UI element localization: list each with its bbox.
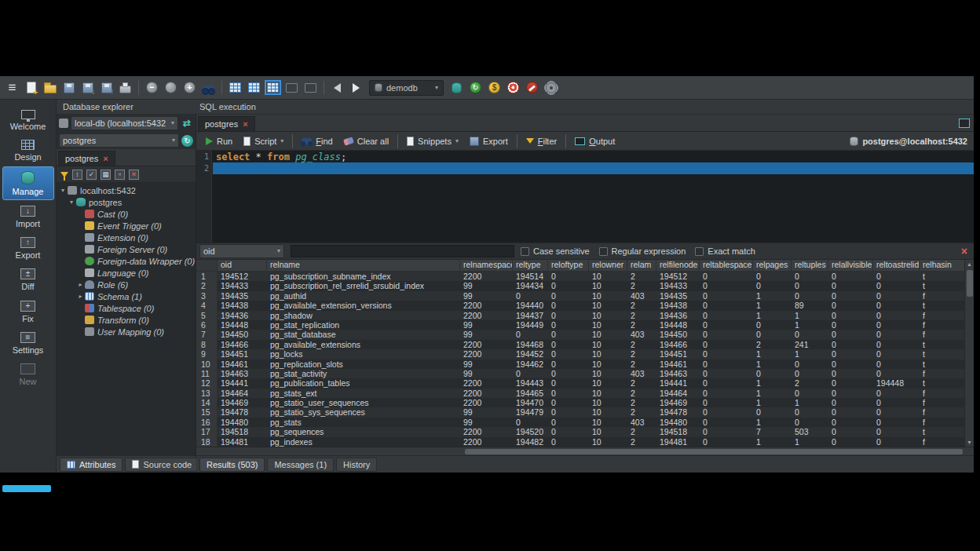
column-header-reloftype[interactable]: reloftype <box>548 260 589 271</box>
database-select-combo[interactable]: postgres ▾ <box>59 133 179 148</box>
sort-icon[interactable]: ↕ <box>72 170 82 180</box>
attach-database-button[interactable] <box>448 79 465 97</box>
connection-combo[interactable]: local-db (localhost:5432 ▾ <box>71 116 178 130</box>
copy-icon[interactable]: ▫ <box>115 170 125 180</box>
table-row[interactable]: 11194463pg_stat_activity9900104031944630… <box>196 369 964 378</box>
scroll-down-icon[interactable]: ▼ <box>967 438 972 447</box>
forward-button[interactable] <box>348 79 364 97</box>
query-builder-button[interactable] <box>302 79 319 97</box>
save-script-button[interactable] <box>60 79 77 97</box>
form-view-button[interactable] <box>283 79 300 97</box>
run-button[interactable]: Run <box>201 135 237 148</box>
print-button[interactable] <box>117 79 133 97</box>
preferences-button[interactable] <box>543 79 559 97</box>
nav-item-new[interactable]: New <box>2 359 54 389</box>
column-header-relname[interactable]: relname <box>267 260 460 271</box>
tree-item-postgres[interactable]: ▾postgres <box>57 196 196 208</box>
multi-select-icon[interactable]: ✓ <box>86 170 97 180</box>
sql-editor[interactable]: 1 select * from pg_class; 2 <box>196 151 974 243</box>
column-header-reltuples[interactable]: reltuples <box>792 260 828 271</box>
shutdown-button[interactable] <box>524 79 540 97</box>
zoom-reset-button[interactable] <box>163 79 179 97</box>
credentials-button[interactable]: $ <box>486 79 503 97</box>
tree-item-extension-0-[interactable]: Extension (0) <box>57 232 196 243</box>
tree-item-schema-1-[interactable]: ▸Schema (1) <box>57 290 196 302</box>
table-row[interactable]: 7194450pg_stat_database99001040319445000… <box>196 330 964 339</box>
table-row[interactable]: 4194438pg_available_extension_versions22… <box>196 301 964 310</box>
column-header-relfilenode[interactable]: relfilenode <box>656 260 700 271</box>
expander-icon[interactable]: ▾ <box>68 199 75 206</box>
table-row[interactable]: 14194469pg_statio_user_sequences22001944… <box>196 398 964 407</box>
table-row[interactable]: 10194461pg_replication_slots991944620102… <box>196 359 964 369</box>
tab-attributes[interactable]: Attributes <box>60 458 122 472</box>
export-button[interactable]: Export <box>465 135 513 148</box>
tree-item-role-6-[interactable]: ▸Role (6) <box>57 279 196 290</box>
grid-filter-view-button[interactable] <box>265 79 281 97</box>
column-header-oid[interactable]: oid <box>218 260 267 271</box>
column-header-relallvisible[interactable]: relallvisible <box>828 260 873 271</box>
filter-column-combo[interactable]: oid ▾ <box>199 244 284 258</box>
refresh-schema-button[interactable]: ↻ <box>467 79 484 97</box>
tab-history[interactable]: History <box>336 458 377 472</box>
regular-expression-checkbox[interactable]: Regular expression <box>599 246 686 256</box>
help-button[interactable] <box>505 79 521 97</box>
sql-tab-postgres[interactable]: postgres × <box>198 116 255 131</box>
corner-cell[interactable] <box>196 260 218 271</box>
column-header-reltablespace[interactable]: reltablespace <box>700 260 753 271</box>
table-row[interactable]: 1194512pg_subscription_subname_index2200… <box>196 272 964 281</box>
expander-icon[interactable]: ▾ <box>59 188 67 194</box>
table-row[interactable]: 9194451pg_locks2200194452010219445101100… <box>196 349 964 359</box>
table-row[interactable]: 17194518pg_sequences22001945200102194518… <box>196 427 964 436</box>
snippets-button[interactable]: Snippets▾ <box>402 135 463 148</box>
table-row[interactable]: 15194478pg_statio_sys_sequences991944790… <box>196 407 964 417</box>
column-header-relam[interactable]: relam <box>627 260 656 271</box>
nav-item-fix[interactable]: +Fix <box>2 297 54 327</box>
menu-button[interactable]: ≡ <box>4 79 20 97</box>
table-row[interactable]: 6194448pg_stat_replication99194449010219… <box>196 320 964 330</box>
column-header-relhasin[interactable]: relhasin <box>920 260 964 271</box>
tree-item-localhost-5432[interactable]: ▾localhost:5432 <box>57 184 196 196</box>
table-row[interactable]: 5194436pg_shadow220019443701021944360110… <box>196 311 964 320</box>
table-row[interactable]: 2194433pg_subscription_rel_srrelid_srsub… <box>196 281 964 290</box>
scrollbar-thumb[interactable] <box>967 270 973 297</box>
table-row[interactable]: 18194481pg_indexes2200194482010219448101… <box>196 437 964 447</box>
delete-icon[interactable]: × <box>129 170 139 180</box>
close-icon[interactable]: × <box>103 155 108 163</box>
maximize-panel-icon[interactable] <box>959 119 970 128</box>
case-sensitive-checkbox[interactable]: Case sensitive <box>521 246 590 256</box>
close-icon[interactable]: × <box>243 120 247 129</box>
filter-close-icon[interactable]: × <box>961 246 971 257</box>
tree-item-user-mapping-0-[interactable]: User Mapping (0) <box>57 326 196 338</box>
find-button[interactable]: Find <box>297 135 337 148</box>
tree-item-tablespace-0-[interactable]: Tablespace (0) <box>57 302 196 314</box>
tree-item-language-0-[interactable]: Language (0) <box>57 267 196 279</box>
back-button[interactable] <box>329 79 346 97</box>
refresh-icon[interactable]: ↻ <box>181 135 193 147</box>
filter-search-input[interactable] <box>291 245 514 257</box>
tab-source-code[interactable]: Source code <box>125 458 199 472</box>
nav-item-manage[interactable]: Manage <box>2 166 54 200</box>
zoom-out-button[interactable]: − <box>144 79 160 97</box>
zoom-in-button[interactable]: + <box>181 79 198 97</box>
new-script-button[interactable] <box>23 79 39 97</box>
horizontal-scrollbar[interactable] <box>196 447 974 455</box>
column-header-relnamespace[interactable]: relnamespace <box>460 260 513 271</box>
tree-item-cast-0-[interactable]: Cast (0) <box>57 208 196 220</box>
column-header-relowner[interactable]: relowner <box>589 260 627 271</box>
column-header-relpages[interactable]: relpages <box>753 260 792 271</box>
column-header-reltoastrelid[interactable]: reltoastrelid <box>873 260 920 271</box>
nav-item-settings[interactable]: ≡Settings <box>2 328 54 358</box>
connect-icon[interactable]: ⇄ <box>181 118 193 129</box>
vertical-scrollbar[interactable]: ▲ ▼ <box>964 260 974 447</box>
exact-match-checkbox[interactable]: Exact match <box>695 246 755 256</box>
explorer-tab-postgres[interactable]: postgres × <box>58 151 115 166</box>
script-button[interactable]: Script▾ <box>239 135 288 148</box>
filter-button[interactable]: Filter <box>521 135 561 148</box>
tree-item-foreign-data-wrapper-0-[interactable]: Foreign-data Wrapper (0) <box>57 255 196 267</box>
grid-view-button[interactable] <box>227 79 243 97</box>
expander-icon[interactable]: ▸ <box>76 282 84 288</box>
table-row[interactable]: 13194464pg_stats_ext22001944650102194464… <box>196 389 964 398</box>
filter-funnel-icon[interactable] <box>60 172 68 177</box>
find-button[interactable] <box>200 79 217 97</box>
table-row[interactable]: 8194466pg_available_extensions2200194468… <box>196 340 964 349</box>
